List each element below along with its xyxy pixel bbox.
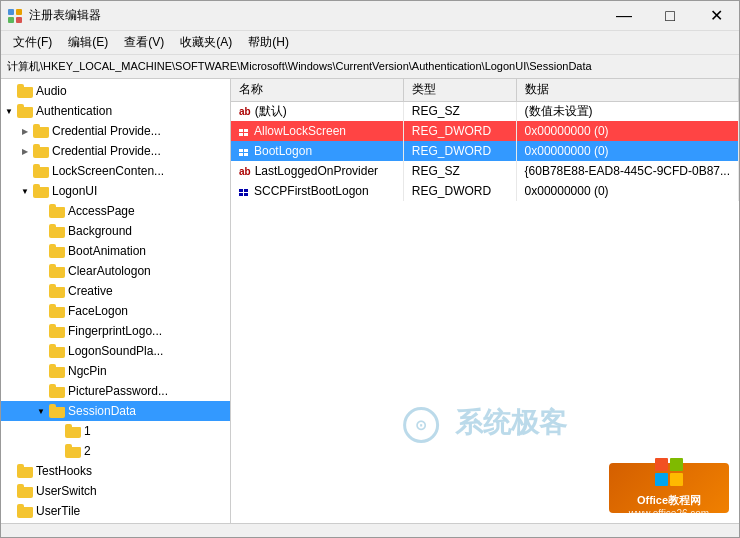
node-label-creative: Creative [68, 284, 113, 298]
tree-node-logonsoundplay[interactable]: LogonSoundPla... [1, 341, 230, 361]
registry-scroll[interactable]: 名称 类型 数据 ab(默认)REG_SZ(数值未设置)AllowLockScr… [231, 79, 739, 523]
tree-node-testhooks[interactable]: TestHooks [1, 461, 230, 481]
tree-node-clearautologon[interactable]: ClearAutologon [1, 261, 230, 281]
bottom-scrollbar[interactable] [1, 523, 739, 537]
expand-icon-accesspage[interactable] [33, 203, 49, 219]
menu-item-编辑e[interactable]: 编辑(E) [60, 32, 116, 53]
folder-icon-fingerprintlogo [49, 324, 65, 338]
tree-node-sd2[interactable]: 2 [1, 441, 230, 461]
expand-icon-logonui[interactable]: ▼ [17, 183, 33, 199]
cell-data-1: 0x00000000 (0) [516, 121, 738, 141]
expand-icon-lockscreen[interactable] [17, 163, 33, 179]
tree-panel[interactable]: Audio▼Authentication▶Credential Provide.… [1, 79, 231, 523]
cell-name-2: BootLogon [231, 141, 403, 161]
tree-node-credprov2[interactable]: ▶Credential Provide... [1, 141, 230, 161]
tree-node-fingerprintlogo[interactable]: FingerprintLogo... [1, 321, 230, 341]
title-bar-left: 注册表编辑器 [7, 7, 101, 24]
expand-icon-picturepassword[interactable] [33, 383, 49, 399]
office-icon [655, 458, 683, 491]
tree-node-creative[interactable]: Creative [1, 281, 230, 301]
tree-node-lockscreen[interactable]: LockScreenConten... [1, 161, 230, 181]
expand-icon-sd2[interactable] [49, 443, 65, 459]
node-label-usertile: UserTile [36, 504, 80, 518]
expand-icon-logonsoundplay[interactable] [33, 343, 49, 359]
menu-item-收藏夹a[interactable]: 收藏夹(A) [172, 32, 240, 53]
folder-icon-picturepassword [49, 384, 65, 398]
svg-rect-5 [670, 458, 683, 471]
expand-icon-background[interactable] [33, 223, 49, 239]
node-label-sessiondata: SessionData [68, 404, 136, 418]
tree-node-logonui[interactable]: ▼LogonUI [1, 181, 230, 201]
folder-icon-logonui [33, 184, 49, 198]
expand-icon-credprov1[interactable]: ▶ [17, 123, 33, 139]
menu-item-文件f[interactable]: 文件(F) [5, 32, 60, 53]
logo-line2: www.office26.com [629, 508, 709, 519]
expand-icon-credprov2[interactable]: ▶ [17, 143, 33, 159]
expand-icon-sd1[interactable] [49, 423, 65, 439]
svg-rect-0 [8, 9, 14, 15]
folder-icon-audio [17, 84, 33, 98]
expand-icon-authentication[interactable]: ▼ [1, 103, 17, 119]
folder-icon-credprov2 [33, 144, 49, 158]
expand-icon-clearautologon[interactable] [33, 263, 49, 279]
node-label-picturepassword: PicturePassword... [68, 384, 168, 398]
tree-node-picturepassword[interactable]: PicturePassword... [1, 381, 230, 401]
table-row-4[interactable]: SCCPFirstBootLogonREG_DWORD0x00000000 (0… [231, 181, 739, 201]
node-label-userswitch: UserSwitch [36, 484, 97, 498]
cell-data-2: 0x00000000 (0) [516, 141, 738, 161]
node-label-ngcpin: NgcPin [68, 364, 107, 378]
expand-icon-bootanimation[interactable] [33, 243, 49, 259]
cell-type-0: REG_SZ [403, 101, 516, 121]
folder-icon-testhooks [17, 464, 33, 478]
menu-item-帮助h[interactable]: 帮助(H) [240, 32, 297, 53]
close-button[interactable]: ✕ [693, 1, 739, 31]
expand-icon-creative[interactable] [33, 283, 49, 299]
expand-icon-usertile[interactable] [1, 503, 17, 519]
tree-node-audio[interactable]: Audio [1, 81, 230, 101]
tree-node-sd1[interactable]: 1 [1, 421, 230, 441]
tree-node-userswitch[interactable]: UserSwitch [1, 481, 230, 501]
tree-node-usertile[interactable]: UserTile [1, 501, 230, 521]
folder-icon-facelogon [49, 304, 65, 318]
cell-name-1: AllowLockScreen [231, 121, 403, 141]
node-label-sd1: 1 [84, 424, 91, 438]
title-bar-controls: — □ ✕ [601, 1, 739, 31]
expand-icon-audio[interactable] [1, 83, 17, 99]
table-row-0[interactable]: ab(默认)REG_SZ(数值未设置) [231, 101, 739, 121]
folder-icon-clearautologon [49, 264, 65, 278]
node-label-fingerprintlogo: FingerprintLogo... [68, 324, 162, 338]
node-label-sd2: 2 [84, 444, 91, 458]
tree-node-accesspage[interactable]: AccessPage [1, 201, 230, 221]
expand-icon-ngcpin[interactable] [33, 363, 49, 379]
cell-type-1: REG_DWORD [403, 121, 516, 141]
table-row-1[interactable]: AllowLockScreenREG_DWORD0x00000000 (0) [231, 121, 739, 141]
cell-type-2: REG_DWORD [403, 141, 516, 161]
tree-node-bootanimation[interactable]: BootAnimation [1, 241, 230, 261]
tree-node-credprov1[interactable]: ▶Credential Provide... [1, 121, 230, 141]
expand-icon-testhooks[interactable] [1, 463, 17, 479]
expand-icon-userswitch[interactable] [1, 483, 17, 499]
expand-icon-fingerprintlogo[interactable] [33, 323, 49, 339]
tree-node-ngcpin[interactable]: NgcPin [1, 361, 230, 381]
menu-item-查看v[interactable]: 查看(V) [116, 32, 172, 53]
table-row-3[interactable]: abLastLoggedOnProviderREG_SZ{60B78E88-EA… [231, 161, 739, 181]
tree-node-authentication[interactable]: ▼Authentication [1, 101, 230, 121]
cell-data-4: 0x00000000 (0) [516, 181, 738, 201]
table-row-2[interactable]: BootLogonREG_DWORD0x00000000 (0) [231, 141, 739, 161]
node-label-audio: Audio [36, 84, 67, 98]
tree-node-background[interactable]: Background [1, 221, 230, 241]
minimize-button[interactable]: — [601, 1, 647, 31]
node-label-credprov1: Credential Provide... [52, 124, 161, 138]
registry-table: 名称 类型 数据 ab(默认)REG_SZ(数值未设置)AllowLockScr… [231, 79, 739, 201]
cell-name-4: SCCPFirstBootLogon [231, 181, 403, 201]
expand-icon-facelogon[interactable] [33, 303, 49, 319]
folder-icon-sessiondata [49, 404, 65, 418]
col-type: 类型 [403, 79, 516, 101]
svg-rect-7 [670, 473, 683, 486]
node-label-clearautologon: ClearAutologon [68, 264, 151, 278]
expand-icon-sessiondata[interactable]: ▼ [33, 403, 49, 419]
tree-node-sessiondata[interactable]: ▼SessionData [1, 401, 230, 421]
maximize-button[interactable]: □ [647, 1, 693, 31]
cell-type-3: REG_SZ [403, 161, 516, 181]
tree-node-facelogon[interactable]: FaceLogon [1, 301, 230, 321]
